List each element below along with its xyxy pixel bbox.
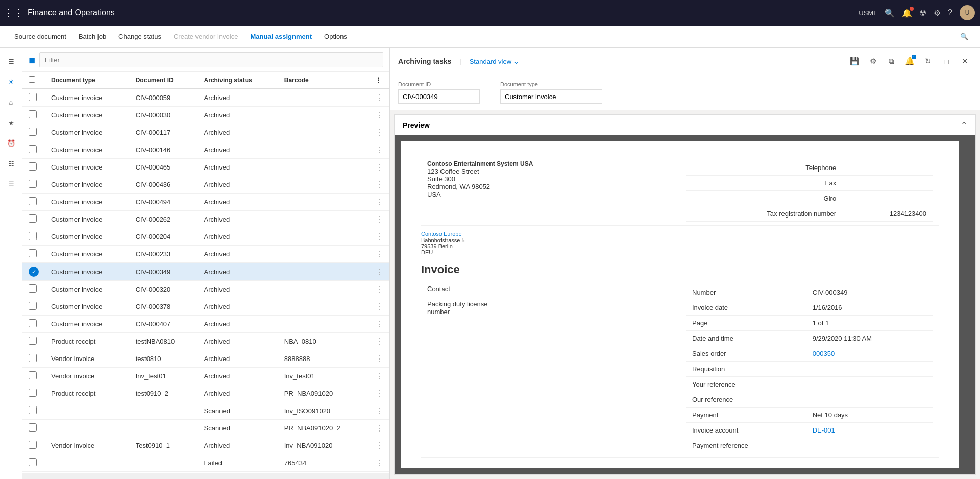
row-more-button[interactable]: ⋮ bbox=[369, 107, 389, 124]
table-row[interactable]: Product receipttest0910_2ArchivedPR_NBA0… bbox=[22, 385, 389, 402]
row-checkbox[interactable] bbox=[29, 406, 37, 414]
more-icon[interactable]: ⋮ bbox=[375, 459, 383, 467]
row-more-button[interactable]: ⋮ bbox=[369, 454, 389, 472]
horizontal-scrollbar[interactable] bbox=[22, 473, 389, 479]
filter-icon[interactable]: ◼ bbox=[29, 55, 35, 65]
row-more-button[interactable]: ⋮ bbox=[369, 176, 389, 194]
row-more-button[interactable]: ⋮ bbox=[369, 159, 389, 176]
table-row[interactable]: Vendor invoicetest0810Archived8888888⋮ bbox=[22, 350, 389, 368]
table-row[interactable]: Customer invoiceCIV-000059Archived⋮ bbox=[22, 89, 389, 107]
more-icon[interactable]: ⋮ bbox=[375, 250, 383, 258]
row-more-button[interactable]: ⋮ bbox=[369, 89, 389, 107]
more-icon[interactable]: ⋮ bbox=[375, 232, 383, 241]
table-row[interactable]: Product receipttestNBA0810ArchivedNBA_08… bbox=[22, 333, 389, 350]
table-row[interactable]: Customer invoiceCIV-000233Archived⋮ bbox=[22, 246, 389, 263]
more-icon[interactable]: ⋮ bbox=[375, 337, 383, 346]
table-row[interactable]: Vendor invoiceTest0910_1ArchivedInv_NBA0… bbox=[22, 437, 389, 454]
row-checkbox[interactable] bbox=[29, 302, 37, 310]
more-icon[interactable]: ⋮ bbox=[375, 354, 383, 363]
table-row[interactable]: Customer invoiceCIV-000262Archived⋮ bbox=[22, 211, 389, 228]
select-all-checkbox[interactable] bbox=[29, 76, 35, 83]
help-circle-icon[interactable]: ☢ bbox=[919, 8, 926, 18]
filter-input[interactable] bbox=[39, 52, 383, 67]
row-checkbox[interactable] bbox=[29, 197, 37, 205]
command-search-icon[interactable]: 🔍 bbox=[957, 29, 972, 44]
notification-icon[interactable]: 🔔1 bbox=[902, 54, 917, 68]
more-icon[interactable]: ⋮ bbox=[375, 93, 383, 102]
more-icon[interactable]: ⋮ bbox=[375, 198, 383, 206]
row-more-button[interactable]: ⋮ bbox=[369, 281, 389, 298]
doc-id-input[interactable] bbox=[398, 89, 480, 104]
sidebar-clock-icon[interactable]: ⏰ bbox=[2, 134, 20, 152]
row-checkbox[interactable] bbox=[29, 337, 37, 345]
row-selected-check[interactable]: ✓ bbox=[29, 267, 39, 277]
row-more-button[interactable]: ⋮ bbox=[369, 263, 389, 281]
sidebar-star-icon[interactable]: ★ bbox=[2, 113, 20, 132]
settings-icon[interactable]: ⚙ bbox=[866, 54, 880, 68]
sidebar-menu-icon[interactable]: ☰ bbox=[2, 52, 20, 70]
view-selector[interactable]: Standard view ⌄ bbox=[470, 58, 519, 65]
more-icon[interactable]: ⋮ bbox=[375, 406, 383, 415]
more-icon[interactable]: ⋮ bbox=[375, 441, 383, 450]
table-row[interactable]: ScannedPR_NBA091020_2⋮ bbox=[22, 420, 389, 437]
change-status-button[interactable]: Change status bbox=[112, 26, 167, 48]
more-icon[interactable]: ⋮ bbox=[375, 268, 383, 276]
table-row[interactable]: Customer invoiceCIV-000407Archived⋮ bbox=[22, 316, 389, 333]
row-more-button[interactable]: ⋮ bbox=[369, 385, 389, 402]
row-more-button[interactable]: ⋮ bbox=[369, 211, 389, 228]
row-checkbox[interactable] bbox=[29, 371, 37, 379]
question-icon[interactable]: ? bbox=[948, 8, 952, 17]
row-more-button[interactable]: ⋮ bbox=[369, 194, 389, 211]
collapse-icon[interactable]: ⌃ bbox=[961, 120, 967, 130]
row-more-button[interactable]: ⋮ bbox=[369, 316, 389, 333]
refresh-icon[interactable]: ↻ bbox=[921, 54, 935, 68]
waffle-menu[interactable]: ⋮⋮ bbox=[5, 4, 22, 21]
search-icon[interactable]: 🔍 bbox=[885, 8, 895, 18]
row-checkbox[interactable] bbox=[29, 319, 37, 327]
row-checkbox[interactable] bbox=[29, 249, 37, 257]
more-icon[interactable]: ⋮ bbox=[375, 180, 383, 189]
table-row[interactable]: Customer invoiceCIV-000146Archived⋮ bbox=[22, 141, 389, 159]
row-checkbox[interactable] bbox=[29, 423, 37, 432]
row-checkbox[interactable] bbox=[29, 458, 37, 466]
row-checkbox[interactable] bbox=[29, 110, 37, 118]
table-row[interactable]: Customer invoiceCIV-000436Archived⋮ bbox=[22, 176, 389, 194]
options-button[interactable]: Options bbox=[318, 26, 353, 48]
table-row[interactable]: ScannedInv_ISO091020⋮ bbox=[22, 402, 389, 420]
sidebar-grid-icon[interactable]: ☷ bbox=[2, 154, 20, 173]
row-checkbox[interactable] bbox=[29, 145, 37, 153]
sidebar-home-icon[interactable]: ⌂ bbox=[2, 93, 20, 111]
copy-icon[interactable]: ⧉ bbox=[884, 54, 898, 68]
row-checkbox[interactable] bbox=[29, 232, 37, 240]
row-checkbox[interactable] bbox=[29, 389, 37, 397]
table-row[interactable]: Failed765434⋮ bbox=[22, 454, 389, 472]
more-icon[interactable]: ⋮ bbox=[375, 302, 383, 311]
table-row[interactable]: Vendor invoiceInv_test01ArchivedInv_test… bbox=[22, 368, 389, 385]
row-checkbox[interactable] bbox=[29, 441, 37, 449]
table-row[interactable]: ✓Customer invoiceCIV-000349Archived⋮ bbox=[22, 263, 389, 281]
user-avatar[interactable]: U bbox=[960, 5, 975, 20]
row-more-button[interactable]: ⋮ bbox=[369, 333, 389, 350]
row-more-button[interactable]: ⋮ bbox=[369, 298, 389, 316]
manual-assignment-button[interactable]: Manual assignment bbox=[244, 26, 318, 48]
more-icon[interactable]: ⋮ bbox=[375, 128, 383, 137]
more-icon[interactable]: ⋮ bbox=[375, 285, 383, 294]
table-row[interactable]: Customer invoiceCIV-000320Archived⋮ bbox=[22, 281, 389, 298]
row-checkbox[interactable] bbox=[29, 214, 37, 223]
table-row[interactable]: Customer invoiceCIV-000117Archived⋮ bbox=[22, 124, 389, 141]
more-icon[interactable]: ⋮ bbox=[375, 163, 383, 172]
batch-job-button[interactable]: Batch job bbox=[72, 26, 112, 48]
row-more-button[interactable]: ⋮ bbox=[369, 420, 389, 437]
minimize-icon[interactable]: □ bbox=[939, 54, 953, 68]
row-more-button[interactable]: ⋮ bbox=[369, 350, 389, 368]
more-icon[interactable]: ⋮ bbox=[375, 320, 383, 328]
row-checkbox[interactable] bbox=[29, 93, 37, 101]
table-row[interactable]: Customer invoiceCIV-000204Archived⋮ bbox=[22, 228, 389, 246]
sidebar-list-icon[interactable]: ☰ bbox=[2, 175, 20, 193]
row-more-button[interactable]: ⋮ bbox=[369, 124, 389, 141]
more-icon[interactable]: ⋮ bbox=[375, 146, 383, 154]
invoice-preview[interactable]: Contoso Entertainment System USA 123 Cof… bbox=[401, 141, 959, 468]
doc-type-input[interactable] bbox=[500, 89, 602, 104]
row-more-button[interactable]: ⋮ bbox=[369, 437, 389, 454]
settings-icon[interactable]: ⚙ bbox=[934, 8, 941, 18]
